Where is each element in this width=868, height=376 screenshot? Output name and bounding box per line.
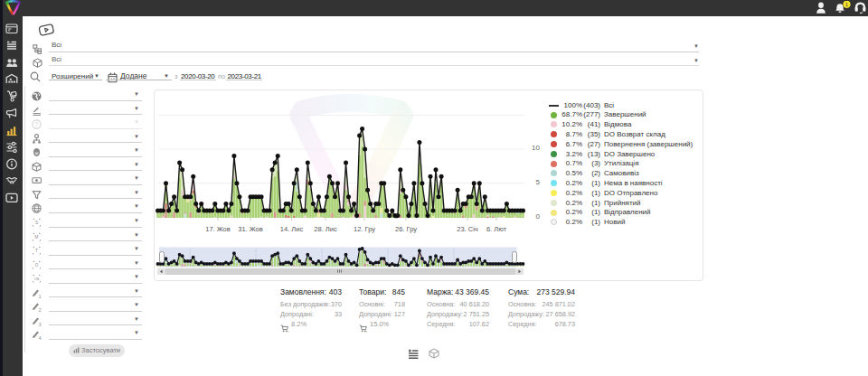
svg-text:x: x xyxy=(288,329,288,333)
svg-text:x: x xyxy=(366,329,367,333)
